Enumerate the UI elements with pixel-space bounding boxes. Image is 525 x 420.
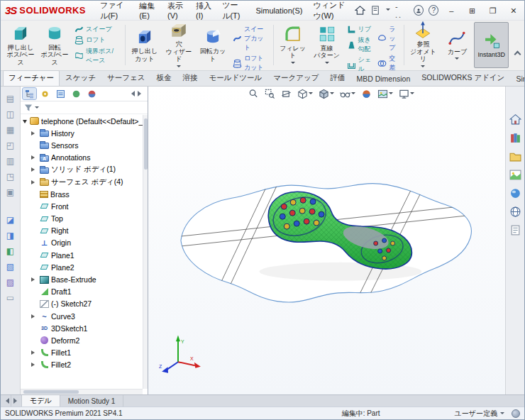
tab-scroll-right-icon[interactable] <box>11 395 22 407</box>
dock-tool-1-icon[interactable]: ▤ <box>4 94 17 104</box>
hole-wizard-button[interactable]: 穴 ウィザード <box>162 22 196 68</box>
tree-item-annotations[interactable]: AAnnotations <box>21 152 143 164</box>
dock-tool-6-icon[interactable]: ◳ <box>4 172 17 182</box>
expand-icon[interactable] <box>31 277 37 282</box>
panel-scroll-left-icon[interactable] <box>128 91 135 96</box>
tree-item-surface-bodies[interactable]: サーフェス ボディ(4) <box>21 176 143 188</box>
edit-appearance-button[interactable] <box>360 88 372 100</box>
tab-scroll-left-icon[interactable] <box>1 395 11 407</box>
dock-tool-13-icon[interactable]: ▭ <box>4 293 17 304</box>
account-icon[interactable] <box>414 5 424 16</box>
close-button[interactable]: ✕ <box>506 4 521 18</box>
view-palette-icon[interactable] <box>509 169 521 181</box>
tab-markup[interactable]: マークアップ <box>267 70 324 86</box>
expand-icon[interactable] <box>31 350 37 355</box>
dock-tool-9-icon[interactable]: ◨ <box>4 231 17 241</box>
feature-tree-tab[interactable] <box>23 88 36 99</box>
expand-icon[interactable] <box>23 120 27 126</box>
tab-solidworks-addins[interactable]: SOLIDWORKS アドイン <box>416 70 510 86</box>
custom-properties-icon[interactable] <box>509 224 521 236</box>
tree-item-sensors[interactable]: Sensors <box>21 139 143 151</box>
tree-item-base-extrude[interactable]: Base-Extrude <box>21 273 143 285</box>
extrude-boss-button[interactable]: 押し出し ボス/ベース <box>4 22 38 68</box>
search-hint[interactable]: - .. <box>395 2 409 19</box>
view-settings-button[interactable] <box>398 88 415 100</box>
tree-item-fillet2[interactable]: Fillet2 <box>21 359 143 371</box>
tree-item-history[interactable]: History <box>21 127 143 139</box>
linear-pattern-button[interactable]: 直線 パターン <box>310 22 344 68</box>
revolve-cut-button[interactable]: 回転カット <box>196 22 230 68</box>
expand-icon[interactable] <box>31 155 37 160</box>
status-badge-icon[interactable] <box>512 409 520 418</box>
tree-item-origin[interactable]: ⊥Origin <box>21 237 143 249</box>
graphics-viewport[interactable]: Y X Z <box>148 87 505 394</box>
configuration-manager-tab[interactable] <box>54 88 67 99</box>
tab-mold-tools[interactable]: モールドツール <box>203 70 267 86</box>
sweep-cut-button[interactable]: スイープカット <box>230 24 271 53</box>
dock-tool-2-icon[interactable]: ◫ <box>4 109 17 120</box>
filter-caret-icon[interactable] <box>35 106 39 111</box>
tree-item-sketch27[interactable]: (-) Sketch27 <box>21 298 143 310</box>
minimize-button[interactable]: – <box>443 4 459 18</box>
home-icon[interactable] <box>355 5 365 16</box>
tree-item-fillet1[interactable]: Fillet1 <box>21 347 143 359</box>
tree-item-plane1[interactable]: Plane1 <box>21 249 143 261</box>
tree-vertical-scrollbar[interactable] <box>143 115 148 389</box>
dimxpert-manager-tab[interactable] <box>70 88 83 99</box>
tree-item-plane2[interactable]: Plane2 <box>21 261 143 273</box>
expand-icon[interactable] <box>31 363 37 367</box>
units-caret-icon[interactable] <box>500 412 504 416</box>
tree-item-right-plane[interactable]: Right <box>21 225 143 237</box>
rib-button[interactable]: リブ <box>344 24 375 35</box>
tree-item-front-plane[interactable]: Front <box>21 200 143 212</box>
restore-button[interactable]: ❐ <box>485 4 501 18</box>
dock-tool-4-icon[interactable]: ◰ <box>4 140 17 151</box>
tab-sketch[interactable]: スケッチ <box>60 70 101 86</box>
design-library-icon[interactable] <box>509 132 521 144</box>
filter-funnel-icon[interactable] <box>24 104 33 112</box>
instant3d-button[interactable]: Instant3D <box>474 22 509 68</box>
new-document-icon[interactable] <box>370 5 381 16</box>
tree-item-deform2[interactable]: Deform2 <box>21 334 143 346</box>
tree-root-part[interactable]: telephone (Default<<Default>_Dis... <box>21 115 143 127</box>
intersect-button[interactable]: 交差 <box>375 53 401 73</box>
dock-tool-3-icon[interactable]: ▦ <box>4 125 17 136</box>
display-style-button[interactable] <box>318 88 335 100</box>
dock-tool-7-icon[interactable]: ▣ <box>4 187 17 198</box>
new-document-caret-icon[interactable] <box>386 9 390 13</box>
zoom-fit-button[interactable] <box>248 88 260 100</box>
display-manager-tab[interactable] <box>85 88 99 99</box>
tree-horizontal-scrollbar[interactable] <box>21 389 143 394</box>
tree-item-top-plane[interactable]: Top <box>21 213 143 225</box>
panel-scroll-right-icon[interactable] <box>138 91 144 96</box>
draft-button[interactable]: 抜き勾配 <box>344 35 375 55</box>
layout-grid-button[interactable]: ⊞ <box>464 4 480 18</box>
dock-tool-8-icon[interactable]: ◪ <box>4 215 17 226</box>
units-selector[interactable]: ユーザー定義 <box>455 409 497 419</box>
tab-sheet-metal[interactable]: 板金 <box>150 70 177 86</box>
forum-icon[interactable] <box>509 206 521 218</box>
zoom-area-button[interactable] <box>264 88 276 100</box>
apply-scene-button[interactable] <box>377 88 394 100</box>
dock-tool-11-icon[interactable]: ▧ <box>4 262 17 272</box>
loft-button[interactable]: ロフト <box>72 35 123 45</box>
tree-item-3dsketch1[interactable]: 3D3DSketch1 <box>21 322 143 334</box>
reference-geometry-button[interactable]: 参照 ジオメトリ <box>406 22 440 68</box>
boundary-boss-button[interactable]: 境界ボス/ベース <box>72 46 123 66</box>
tab-mbd-dimension[interactable]: MBD Dimension <box>350 72 416 86</box>
property-manager-tab[interactable] <box>38 88 52 99</box>
dock-tool-12-icon[interactable]: ▨ <box>4 277 17 288</box>
wrap-button[interactable]: ラップ <box>375 24 401 53</box>
curve-button[interactable]: カーブ <box>440 22 474 68</box>
hide-show-items-button[interactable] <box>339 88 356 100</box>
expand-icon[interactable] <box>31 314 37 319</box>
tree-item-curve3[interactable]: ~Curve3 <box>21 310 143 322</box>
model-tab[interactable]: モデル <box>22 395 60 407</box>
expand-icon[interactable] <box>31 131 37 136</box>
revolve-boss-button[interactable]: 回転 ボス/ベース <box>38 22 72 68</box>
surface-body[interactable] <box>181 184 471 302</box>
tree-item-solid-bodies[interactable]: ソリッド ボディ(1) <box>21 164 143 176</box>
view-orientation-button[interactable] <box>297 88 314 100</box>
tab-evaluate[interactable]: 評価 <box>324 70 350 86</box>
help-icon[interactable]: ? <box>429 5 438 16</box>
